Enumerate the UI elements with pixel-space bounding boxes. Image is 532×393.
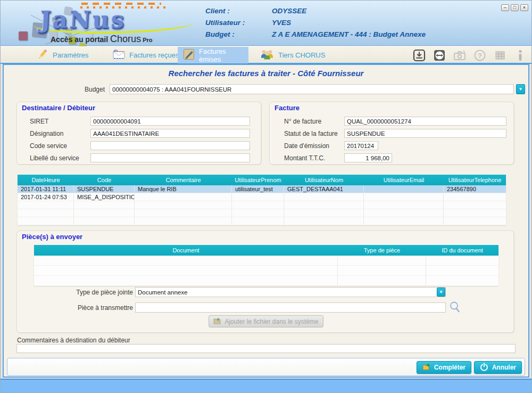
pieces-panel: Pièce(s) à envoyer Document Type de pièc…: [16, 231, 514, 333]
cell-prenom: utilisateur_test: [232, 185, 284, 193]
numero-facture-field[interactable]: [344, 117, 506, 126]
tab-factures-emises[interactable]: Factures émises: [178, 47, 248, 63]
svg-text:?: ?: [478, 52, 482, 60]
column-header: DateHeure: [18, 177, 74, 183]
table-row-empty: [34, 276, 498, 286]
table-row[interactable]: 2017-01-24 07:53 MISE_A_DISPOSITION: [18, 193, 506, 201]
cell-nom: [284, 193, 364, 201]
browse-file-magnifier-icon[interactable]: [449, 301, 460, 315]
montant-ttc-label: Montant T.T.C.: [284, 154, 325, 162]
download-icon[interactable]: [412, 48, 426, 62]
budget-select-input[interactable]: [110, 84, 514, 94]
people-icon: [260, 48, 274, 62]
table-row[interactable]: 2017-01-31 11:11 SUSPENDUE Manque le RIB…: [18, 185, 506, 193]
cell-email: [364, 193, 444, 201]
column-header: ID du document: [426, 247, 498, 253]
add-file-button-label: Ajouter le fichier dans le système: [225, 318, 318, 325]
envelope-icon: [112, 49, 125, 61]
content-area: Rechercher les factures à traiter - Côté…: [3, 64, 529, 378]
column-header: UtilisateurEmail: [364, 177, 444, 183]
maximize-button[interactable]: □: [511, 4, 519, 11]
budget-value: Z A E AMENAGEMENT - 444 : Budget Annexe: [272, 29, 426, 40]
cell-prenom: [232, 193, 284, 201]
column-header: Commentaire: [135, 177, 232, 183]
type-piece-jointe-label: Type de pièce jointe: [27, 289, 133, 296]
comments-field[interactable]: [16, 344, 516, 353]
table-row-empty: [18, 209, 506, 217]
libelle-service-field[interactable]: [90, 153, 250, 162]
numero-facture-label: N° de facture: [284, 118, 321, 125]
invoice-pen-icon: [183, 48, 195, 62]
code-service-label: Code service: [30, 142, 67, 150]
tab-label: Tiers CHORUS: [278, 51, 325, 59]
completer-button-label: Compléter: [434, 364, 466, 371]
type-piece-dropdown-arrow-icon[interactable]: [437, 288, 445, 297]
date-emission-label: Date d'émission: [284, 142, 329, 150]
snapshot-icon[interactable]: [453, 48, 467, 62]
history-table-header: DateHeure Code Commentaire UtilisateurPr…: [18, 175, 506, 185]
column-header: UtilisateurNom: [284, 177, 364, 183]
window-controls: – □ ×: [501, 4, 528, 11]
table-row-empty: [34, 266, 498, 276]
cell-dateheure: 2017-01-31 11:11: [18, 185, 74, 193]
column-header: Type de pièce: [338, 247, 426, 253]
close-button[interactable]: ×: [520, 4, 528, 11]
subtitle-prefix: Accès au portail: [51, 35, 110, 44]
action-bar: Compléter Annuler: [7, 358, 525, 376]
cell-email: [364, 185, 444, 193]
date-emission-field[interactable]: [344, 141, 378, 150]
janus-window: JaNus Accès au portail Chorus Pro Client…: [0, 0, 532, 393]
table-row-empty: [34, 256, 498, 266]
tab-label: Paramètres: [53, 51, 88, 59]
folder-plus-icon: [422, 363, 430, 372]
add-file-button[interactable]: Ajouter le fichier dans le système: [209, 315, 323, 328]
pieces-panel-title: Pièce(s) à envoyer: [22, 233, 82, 241]
cell-nom: GEST_DESTAAA041: [284, 185, 364, 193]
libelle-service-label: Libellé du service: [30, 154, 79, 162]
budget-dropdown-arrow-icon[interactable]: [516, 84, 525, 94]
app-logo-subtitle: Accès au portail Chorus Pro: [51, 34, 152, 45]
archive-icon[interactable]: [493, 48, 507, 62]
subtitle-pro: Pro: [141, 37, 152, 43]
facture-panel-title: Facture: [275, 104, 300, 112]
type-piece-jointe-select[interactable]: [135, 287, 446, 297]
pencil-icon: [37, 48, 48, 62]
tab-label: Factures émises: [199, 47, 243, 63]
help-icon[interactable]: ?: [473, 48, 487, 62]
piece-a-transmettre-label: Pièce à transmettre: [27, 304, 133, 312]
comments-label: Commentaires à destination du débiteur: [17, 337, 130, 344]
info-icon[interactable]: [513, 48, 527, 62]
column-header: Code: [74, 177, 135, 183]
cell-commentaire: [135, 193, 232, 201]
budget-label: Budget :: [205, 29, 272, 40]
page-title: Rechercher les factures à traiter - Côté…: [4, 69, 528, 78]
montant-ttc-field[interactable]: [344, 153, 392, 162]
cell-telephone: 234567890: [444, 185, 506, 193]
cell-commentaire: Manque le RIB: [135, 185, 232, 193]
minimize-button[interactable]: –: [501, 4, 509, 11]
tab-parametres[interactable]: Paramètres: [31, 47, 94, 63]
annuler-button[interactable]: Annuler: [474, 361, 522, 374]
subtitle-brand: Chorus: [110, 34, 141, 44]
siret-field[interactable]: [90, 117, 250, 126]
pieces-table: Document Type de pièce ID du document: [34, 245, 498, 286]
column-header: Document: [34, 247, 338, 253]
piece-a-transmettre-field[interactable]: [135, 302, 446, 313]
destinataire-panel: Destinataire / Débiteur SIRET Désignatio…: [16, 102, 261, 165]
facture-panel: Facture N° de facture Statut de la factu…: [269, 102, 514, 165]
remote-control-icon[interactable]: [433, 48, 446, 62]
client-label: Client :: [205, 5, 272, 17]
tab-factures-recues[interactable]: Factures reçues: [107, 47, 184, 63]
pieces-table-header: Document Type de pièce ID du document: [34, 245, 498, 256]
tab-tiers-chorus[interactable]: Tiers CHORUS: [255, 47, 330, 63]
column-header: UtilisateurPrenom: [232, 177, 284, 183]
logo-dashes-decoration: [81, 3, 161, 5]
statut-facture-field[interactable]: [344, 129, 506, 138]
designation-field[interactable]: [90, 129, 250, 138]
designation-label: Désignation: [30, 130, 63, 137]
status-footer: [1, 379, 532, 392]
budget-field-label: Budget: [33, 86, 105, 93]
code-service-field[interactable]: [90, 141, 250, 150]
history-table: DateHeure Code Commentaire UtilisateurPr…: [18, 175, 506, 225]
completer-button[interactable]: Compléter: [417, 361, 471, 374]
